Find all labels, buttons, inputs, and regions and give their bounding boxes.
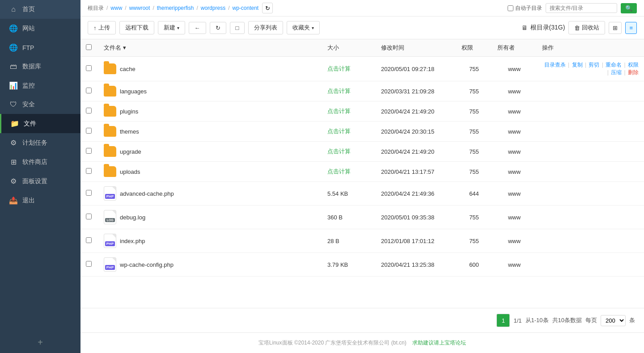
action-rename[interactable]: 重命名 — [606, 62, 622, 68]
breadcrumb-wp-content[interactable]: wp-content — [232, 5, 258, 11]
sidebar-item-website[interactable]: 🌐 网站 — [0, 19, 80, 38]
breadcrumb-refresh-button[interactable]: ↻ — [262, 3, 273, 13]
sidebar-item-label: 退出 — [22, 197, 35, 205]
file-perm: 600 — [469, 261, 479, 268]
sidebar-item-label: 面板设置 — [22, 177, 47, 185]
file-name[interactable]: wp-cache-config.php — [120, 261, 174, 268]
action-compress[interactable]: 压缩 — [611, 69, 622, 76]
sidebar-item-home[interactable]: ⌂ 首页 — [0, 0, 80, 19]
breadcrumb-bar: 根目录 / www / wwwroot / themeripperfish / … — [80, 0, 644, 17]
file-name[interactable]: plugins — [120, 108, 138, 115]
page-data-total: 共10条数据 — [552, 316, 582, 324]
toolbar: ↑ 上传 远程下载 新建 ← ↻ □ 分享列表 收藏夹 🖥 根目录(31G) 🗑 — [80, 17, 644, 39]
upload-button[interactable]: ↑ 上传 — [88, 21, 116, 34]
new-button[interactable]: 新建 — [158, 21, 185, 34]
breadcrumb-sep-2: / — [125, 5, 126, 11]
file-modified: 2020/04/24 21:49:20 — [381, 148, 434, 155]
row-checkbox-7[interactable] — [86, 214, 92, 219]
sidebar: ⌂ 首页 🌐 网站 🌐 FTP 🗃 数据库 📊 监控 🛡 安全 📁 文件 ⚙ 计… — [0, 0, 80, 353]
calc-size-link[interactable]: 点击计算 — [327, 128, 351, 134]
col-header-perm: 权限 — [456, 39, 492, 57]
file-size: 3.79 KB — [327, 261, 348, 268]
view-grid-button[interactable]: ⊞ — [609, 22, 622, 34]
file-modified: 2020/04/24 20:30:15 — [381, 128, 434, 135]
recycle-button[interactable]: 🗑 回收站 — [568, 21, 605, 34]
per-page-select[interactable]: 200 50 100 — [601, 315, 626, 326]
row-checkbox-1[interactable] — [86, 88, 92, 93]
folder-icon — [104, 166, 116, 177]
sidebar-item-monitor[interactable]: 📊 监控 — [0, 76, 80, 95]
file-name[interactable]: index.php — [120, 238, 145, 244]
file-modified: 2020/04/24 21:49:20 — [381, 108, 434, 115]
breadcrumb-wwwroot[interactable]: wwwroot — [129, 5, 150, 11]
view-list-button[interactable]: ≡ — [625, 22, 637, 34]
file-name[interactable]: cache — [120, 66, 136, 72]
calc-size-link[interactable]: 点击计算 — [327, 88, 351, 94]
row-checkbox-0[interactable] — [86, 65, 92, 71]
file-name[interactable]: uploads — [120, 168, 140, 175]
sidebar-item-software[interactable]: ⊞ 软件商店 — [0, 152, 80, 172]
select-all-checkbox[interactable] — [86, 44, 92, 50]
help-link[interactable]: 求助建议请上宝塔论坛 — [412, 340, 466, 346]
back-button[interactable]: ← — [189, 22, 206, 34]
sidebar-item-logout[interactable]: 📤 退出 — [0, 191, 80, 210]
row-checkbox-3[interactable] — [86, 128, 92, 134]
sidebar-item-files[interactable]: 📁 文件 — [0, 114, 80, 133]
col-header-name[interactable]: 文件名 ▾ — [98, 39, 322, 57]
auto-subdir-checkbox[interactable] — [508, 5, 513, 11]
search-input[interactable] — [546, 3, 617, 13]
sidebar-item-tasks[interactable]: ⚙ 计划任务 — [0, 133, 80, 152]
calc-size-link[interactable]: 点击计算 — [327, 108, 351, 114]
row-checkbox-9[interactable] — [86, 261, 92, 267]
breadcrumb-www[interactable]: www — [110, 5, 122, 11]
breadcrumb-sep-5: / — [228, 5, 229, 11]
folder-create-button[interactable]: □ — [230, 22, 245, 34]
calc-size-link[interactable]: 点击计算 — [327, 168, 351, 175]
main-content: 根目录 / www / wwwroot / themeripperfish / … — [80, 0, 644, 353]
calc-size-link[interactable]: 点击计算 — [327, 65, 351, 72]
page-range: 从1-10条 — [525, 316, 549, 324]
database-icon: 🗃 — [9, 63, 18, 71]
sidebar-item-ftp[interactable]: 🌐 FTP — [0, 38, 80, 57]
sidebar-add-button[interactable]: + — [0, 332, 80, 353]
file-name-cell: plugins — [104, 106, 317, 117]
remote-download-button[interactable]: 远程下载 — [119, 21, 154, 34]
action-copy[interactable]: 复制 — [572, 62, 583, 68]
breadcrumb-root[interactable]: 根目录 — [88, 4, 104, 12]
file-name[interactable]: debug.log — [120, 214, 145, 221]
share-list-button[interactable]: 分享列表 — [248, 21, 283, 34]
file-perm: 755 — [469, 148, 479, 155]
action-perm[interactable]: 权限 — [628, 62, 639, 68]
file-name[interactable]: languages — [120, 88, 147, 95]
table-row: languages 点击计算2020/03/31 21:09:28755www — [80, 81, 644, 101]
action-dir-scan[interactable]: 目录查杀 — [544, 62, 566, 68]
row-checkbox-4[interactable] — [86, 148, 92, 154]
file-name[interactable]: themes — [120, 128, 139, 135]
file-perm: 755 — [469, 168, 479, 175]
breadcrumb-wordpress[interactable]: wordpress — [201, 5, 225, 11]
file-name[interactable]: upgrade — [120, 148, 141, 155]
page-1-button[interactable]: 1 — [496, 314, 510, 327]
file-owner: www — [508, 168, 521, 175]
breadcrumb-themeripperfish[interactable]: themeripperfish — [157, 5, 194, 11]
sidebar-item-security[interactable]: 🛡 安全 — [0, 95, 80, 114]
row-checkbox-2[interactable] — [86, 108, 92, 113]
add-icon: + — [38, 337, 43, 348]
calc-size-link[interactable]: 点击计算 — [327, 148, 351, 155]
row-checkbox-8[interactable] — [86, 237, 92, 243]
row-checkbox-6[interactable] — [86, 190, 92, 196]
row-checkbox-5[interactable] — [86, 168, 92, 174]
file-table-wrap: 文件名 ▾ 大小 修改时间 权限 所有者 操作 cache 点击计算2020/0… — [80, 39, 644, 308]
search-button[interactable]: 🔍 — [621, 3, 637, 13]
action-cut[interactable]: 剪切 — [589, 62, 599, 68]
file-name[interactable]: advanced-cache.php — [120, 190, 174, 197]
col-header-checkbox — [80, 39, 98, 57]
sidebar-item-settings[interactable]: ⚙ 面板设置 — [0, 172, 80, 191]
action-delete[interactable]: 删除 — [628, 69, 639, 76]
folder-icon: 📁 — [10, 119, 19, 128]
back-icon: ← — [195, 25, 200, 31]
refresh-button[interactable]: ↻ — [210, 22, 226, 34]
sidebar-item-database[interactable]: 🗃 数据库 — [0, 57, 80, 76]
collect-button[interactable]: 收藏夹 — [287, 21, 320, 34]
php-file-icon: PHP — [104, 257, 116, 272]
